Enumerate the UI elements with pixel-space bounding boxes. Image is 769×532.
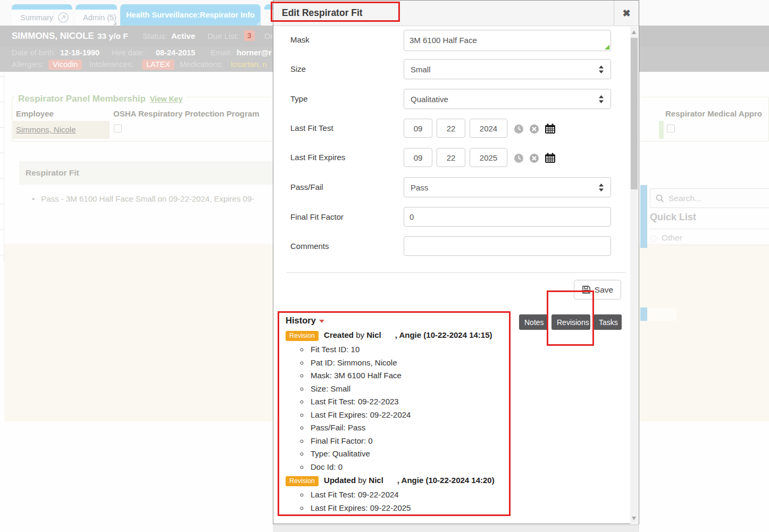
lft-month-input[interactable] [404,119,432,138]
lft-year-input[interactable] [470,119,507,138]
clear-date-icon[interactable] [529,124,539,136]
type-select[interactable]: Qualitative [404,89,611,109]
comments-input[interactable] [404,236,611,256]
search-input[interactable] [668,194,769,203]
timestamp: (10-22-2024 14:20) [425,476,494,485]
final-fit-factor-input[interactable] [404,207,611,227]
type-label: Type [290,94,308,103]
history-detail: Last Fit Expires: 09-22-2024 [309,409,504,422]
history-entry-header: Revision Updated by Nicl, Angie (10-22-2… [286,475,504,487]
quick-list-accent-bar [640,185,647,248]
calendar-icon[interactable] [545,153,556,165]
history-detail: Last Fit Test: 09-22-2024 [309,488,504,502]
lfe-month-input[interactable] [404,148,432,167]
tab-health-surveillance[interactable]: Health Surveillance:Respirator Info [120,4,261,26]
approval-status-cell [659,121,664,139]
size-value: Small [411,65,431,74]
comments-label: Comments [290,242,329,251]
scroll-down-icon[interactable] [632,517,636,520]
column-osha-program: OSHA Respiratory Protection Program [113,109,260,118]
column-employee: Employee [16,109,54,118]
resize-handle-icon[interactable] [605,45,609,49]
user-name-part: , Angie [395,330,421,339]
save-button-label: Save [595,285,613,295]
dob-label: Date of birth: [12,48,56,57]
lft-day-input[interactable] [437,119,465,138]
scrollbar-thumb[interactable] [631,38,638,189]
tab-corner-fold [256,21,260,25]
history-section: History Revision Created by Nicl, Angie … [278,311,511,516]
clear-date-icon[interactable] [529,153,539,165]
employee-link[interactable]: Simmons, Nicole [16,125,76,134]
revisions-button[interactable]: Revisions [551,314,590,330]
mask-field[interactable]: 3M 6100 Half Face [404,30,611,51]
history-detail: Pat ID: Simmons, Nicole [309,356,504,370]
due-list-label: Due List: [207,31,239,40]
mask-value: 3M 6100 Half Face [409,36,477,45]
tab-summary-label: Summary [12,13,54,22]
medications-value: losartan, n [231,60,267,69]
history-title[interactable]: History [286,315,504,326]
open-in-new-icon[interactable] [54,10,72,26]
tasks-button[interactable]: Tasks [594,314,622,330]
lfe-day-input[interactable] [437,148,465,167]
history-detail-list: Last Fit Test: 09-22-2024 Last Fit Expir… [286,488,504,514]
dialog-scrollbar[interactable] [630,27,638,524]
revision-badge: Revision [286,331,319,341]
respirator-fit-entry-text: Pass - 3M 6100 Half Face Small on 09-22-… [41,194,254,203]
dialog-bottom-strip [273,525,639,532]
history-entry-header: Revision Created by Nicl, Angie (10-22-2… [286,329,504,342]
notes-button[interactable]: Notes [519,314,548,330]
tab-top-bar [12,4,72,10]
dialog-title: Edit Respirator Fit [282,7,363,19]
timestamp: (10-22-2024 14:15) [423,330,492,339]
app-screen: Summary Admin (5) Health Surveillance:Re… [0,0,769,532]
view-key-link[interactable]: View Key [150,95,182,103]
clock-icon[interactable] [514,124,524,136]
user-name-part: , Angie [397,476,423,485]
hire-date-label: Hire date: [112,48,145,57]
pass-fail-value: Pass [411,183,428,192]
tab-corner-fold [113,21,116,25]
email-label: Email: [211,48,232,57]
osha-program-checkbox[interactable] [114,124,122,132]
allergies-label: Allergies: [12,60,44,69]
select-arrows-icon [598,65,604,73]
dob-value: 12-18-1990 [60,48,99,57]
close-icon[interactable]: ✖ [614,1,639,26]
search-box[interactable] [650,188,769,208]
pass-fail-select[interactable]: Pass [404,177,611,197]
history-detail: Last Fit Expires: 09-22-2025 [309,502,504,515]
mask-label: Mask [290,35,310,44]
history-detail-list: Fit Test ID: 10 Pat ID: Simmons, Nicole … [286,343,504,473]
clock-icon[interactable] [514,153,524,165]
bullet-icon: • [32,194,35,203]
lfe-year-input[interactable] [470,148,507,167]
action-text: Updated [324,476,356,485]
tab-summary[interactable]: Summary [12,4,72,26]
tab-top-bar [76,4,117,10]
divider [650,229,769,229]
select-arrows-icon [598,95,604,103]
tab-admin[interactable]: Admin (5) [76,4,117,26]
due-list-count-badge[interactable]: 3 [244,30,255,41]
user-name-part: Nicl [366,330,381,339]
by-text: by [358,476,366,485]
chevron-down-icon [319,320,324,323]
medical-approval-checkbox[interactable] [667,124,675,132]
save-icon [582,285,591,294]
quick-list-title: Quick List [650,212,696,223]
last-fit-test-label: Last Fit Test [290,123,333,132]
quick-list-row-fragment [647,307,676,321]
tab-health-surveillance-label: Health Surveillance:Respirator Info [120,4,261,26]
other-radio[interactable] [650,235,657,242]
save-button[interactable]: Save [574,280,621,300]
intolerance-badge: LATEX [142,60,174,70]
email-value: horner@r [237,48,272,57]
size-select[interactable]: Small [404,59,611,79]
scroll-up-icon[interactable] [632,30,636,34]
quick-list-item-other[interactable]: Other [662,233,682,243]
user-name-part: Nicl [369,476,383,485]
calendar-icon[interactable] [545,123,556,136]
size-label: Size [290,64,306,73]
